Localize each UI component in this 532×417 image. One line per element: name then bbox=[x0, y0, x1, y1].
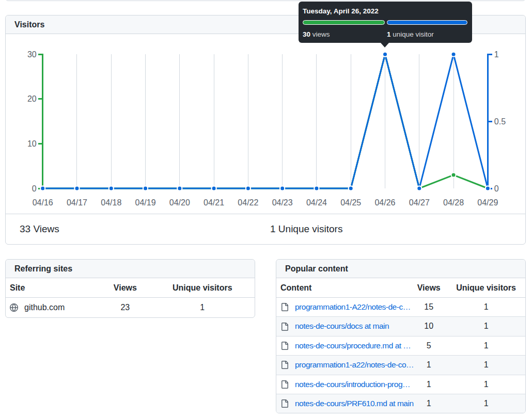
popular-content-row: programmation1-a22/notes-de-co…11 bbox=[276, 356, 525, 375]
popular-content-title: Popular content bbox=[285, 264, 348, 274]
site-name: github.com bbox=[24, 302, 65, 313]
column-header-views: Views bbox=[100, 278, 150, 298]
tooltip-counts: 30 views 1 unique visitor bbox=[303, 29, 468, 40]
file-icon bbox=[280, 361, 289, 369]
content-unique-visitors: 1 bbox=[447, 336, 525, 355]
visitors-summary: 33 Views 1 Unique visitors bbox=[6, 214, 525, 244]
tooltip-views-label: views bbox=[312, 30, 330, 38]
left-axis-tick-label: 0 bbox=[32, 184, 37, 193]
column-header-views: Views bbox=[411, 278, 447, 298]
column-header-content: Content bbox=[276, 278, 411, 298]
content-link[interactable]: programmation1-A22/notes-de-c… bbox=[295, 302, 411, 312]
file-icon bbox=[280, 380, 289, 389]
popular-content-row: programmation1-A22/notes-de-c…151 bbox=[276, 298, 525, 317]
data-point[interactable] bbox=[177, 186, 182, 191]
content-link[interactable]: notes-de-cours/procedure.md at … bbox=[295, 341, 411, 351]
data-point[interactable] bbox=[417, 186, 421, 191]
x-axis-tick-label: 04/23 bbox=[272, 198, 293, 207]
total-views: 33 Views bbox=[20, 223, 59, 235]
data-point[interactable] bbox=[40, 186, 45, 191]
right-axis-tick-label: 0.5 bbox=[494, 117, 506, 126]
data-point[interactable] bbox=[349, 186, 353, 191]
left-axis-tick-label: 20 bbox=[27, 94, 37, 103]
data-point[interactable] bbox=[74, 186, 79, 191]
x-axis-tick-label: 04/29 bbox=[477, 198, 498, 207]
data-point[interactable] bbox=[143, 186, 148, 191]
referring-site-row: github.com231 bbox=[6, 298, 255, 317]
content-views: 5 bbox=[411, 336, 447, 355]
tooltip-bars bbox=[303, 20, 468, 25]
referring-sites-header-row: SiteViewsUnique visitors bbox=[6, 278, 255, 298]
content-unique-visitors: 1 bbox=[447, 356, 525, 375]
tooltip-date: Tuesday, April 26, 2022 bbox=[303, 6, 468, 17]
x-axis-tick-label: 04/22 bbox=[238, 198, 258, 207]
referring-sites-title: Referring sites bbox=[14, 264, 72, 274]
column-header-unique-visitors: Unique visitors bbox=[447, 278, 525, 298]
x-axis-tick-label: 04/20 bbox=[169, 198, 190, 207]
x-axis-tick-label: 04/27 bbox=[409, 198, 430, 207]
data-point[interactable] bbox=[451, 173, 456, 178]
x-axis-tick-label: 04/28 bbox=[443, 198, 464, 207]
left-axis-tick-label: 10 bbox=[27, 139, 37, 148]
series-line-views bbox=[43, 54, 488, 188]
site-unique-visitors: 1 bbox=[150, 298, 255, 317]
x-axis-tick-label: 04/16 bbox=[33, 198, 53, 207]
traffic-page: { "colors": { "panel_border": "#d0d7de",… bbox=[0, 0, 532, 417]
right-axis-tick-label: 0 bbox=[494, 184, 499, 193]
data-point[interactable] bbox=[246, 186, 251, 191]
content-views: 1 bbox=[411, 394, 447, 413]
content-views: 10 bbox=[411, 317, 447, 336]
content-views: 1 bbox=[411, 356, 447, 375]
total-unique-visitors: 1 Unique visitors bbox=[270, 223, 342, 235]
popular-content-row: notes-de-cours/introduction-prog…11 bbox=[276, 375, 525, 394]
tooltip-unique-bar bbox=[387, 20, 467, 25]
visitors-chart[interactable]: 010203000.5104/1604/1704/1804/1904/2004/… bbox=[6, 34, 525, 214]
content-cell: notes-de-cours/docs at main bbox=[276, 317, 411, 336]
tooltip-unique-count: 1 unique visitor bbox=[387, 29, 434, 40]
popular-content-panel: Popular content ContentViewsUnique visit… bbox=[276, 259, 526, 413]
data-point[interactable] bbox=[212, 186, 216, 191]
x-axis-tick-label: 04/17 bbox=[67, 198, 87, 207]
content-unique-visitors: 1 bbox=[447, 298, 525, 317]
popular-content-row: notes-de-cours/docs at main101 bbox=[276, 317, 525, 336]
referring-sites-header: Referring sites bbox=[6, 260, 255, 278]
chart-tooltip: Tuesday, April 26, 2022 30 views 1 uniqu… bbox=[299, 2, 472, 43]
popular-content-body: programmation1-A22/notes-de-c…151notes-d… bbox=[276, 298, 525, 413]
referring-sites-body: github.com231 bbox=[6, 298, 255, 317]
site-cell: github.com bbox=[6, 298, 100, 317]
content-unique-visitors: 1 bbox=[447, 394, 525, 413]
content-views: 1 bbox=[411, 375, 447, 394]
content-cell: notes-de-cours/procedure.md at … bbox=[276, 336, 411, 355]
data-point[interactable] bbox=[451, 52, 456, 57]
globe-icon bbox=[10, 303, 18, 312]
tooltip-views-count: 30 views bbox=[303, 29, 387, 40]
data-point[interactable] bbox=[109, 186, 114, 191]
column-header-site: Site bbox=[6, 278, 100, 298]
column-header-unique-visitors: Unique visitors bbox=[150, 278, 255, 298]
content-link[interactable]: programmation1-a22/notes-de-co… bbox=[295, 360, 414, 370]
content-link[interactable]: notes-de-cours/docs at main bbox=[295, 321, 389, 331]
x-axis-tick-label: 04/19 bbox=[135, 198, 156, 207]
referring-sites-panel: Referring sites SiteViewsUnique visitors… bbox=[5, 259, 255, 318]
data-point[interactable] bbox=[280, 186, 285, 191]
content-cell: notes-de-cours/PRF610.md at main bbox=[276, 394, 411, 413]
content-link[interactable]: notes-de-cours/PRF610.md at main bbox=[295, 398, 414, 409]
file-icon bbox=[280, 323, 289, 331]
content-views: 15 bbox=[411, 298, 447, 317]
left-axis-tick-label: 30 bbox=[27, 50, 37, 59]
series-line-unique-visitors bbox=[43, 54, 488, 188]
referring-sites-table: SiteViewsUnique visitors github.com231 bbox=[6, 278, 255, 317]
content-cell: notes-de-cours/introduction-prog… bbox=[276, 375, 411, 394]
site-views: 23 bbox=[100, 298, 150, 317]
content-link[interactable]: notes-de-cours/introduction-prog… bbox=[295, 379, 410, 390]
data-point[interactable] bbox=[486, 186, 490, 191]
file-icon bbox=[280, 399, 289, 408]
popular-content-row: notes-de-cours/procedure.md at …51 bbox=[276, 336, 525, 355]
tooltip-views-value: 30 bbox=[303, 30, 310, 38]
x-axis-tick-label: 04/21 bbox=[204, 198, 224, 207]
data-point[interactable] bbox=[383, 52, 387, 57]
popular-content-table: ContentViewsUnique visitors programmatio… bbox=[276, 278, 525, 413]
tooltip-unique-label: unique visitor bbox=[393, 30, 434, 38]
data-point[interactable] bbox=[314, 186, 319, 191]
tooltip-views-bar bbox=[303, 20, 385, 25]
